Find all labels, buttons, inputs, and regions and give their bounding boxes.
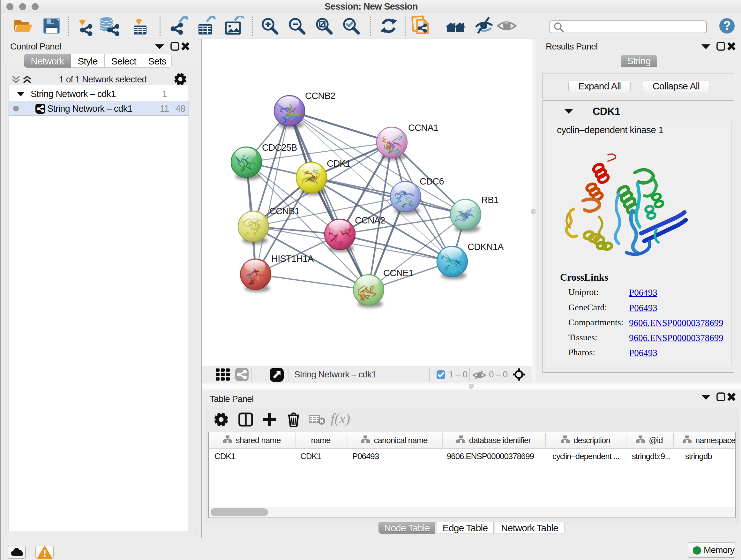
- svg-text:CCNB1: CCNB1: [269, 206, 299, 216]
- svg-text:CCNB2: CCNB2: [305, 91, 335, 101]
- svg-text:CCNE1: CCNE1: [383, 268, 413, 278]
- svg-text:CDC25B: CDC25B: [262, 142, 297, 152]
- svg-text:?: ?: [724, 19, 731, 32]
- svg-text:HIST1H1A: HIST1H1A: [271, 253, 314, 264]
- svg-text:CCNA1: CCNA1: [408, 123, 438, 133]
- svg-text:CCNA2: CCNA2: [355, 215, 385, 226]
- svg-text:RB1: RB1: [481, 195, 498, 205]
- svg-text:CDKN1A: CDKN1A: [468, 242, 504, 252]
- svg-text:CDK1: CDK1: [327, 159, 350, 169]
- svg-text:CDC6: CDC6: [420, 176, 444, 186]
